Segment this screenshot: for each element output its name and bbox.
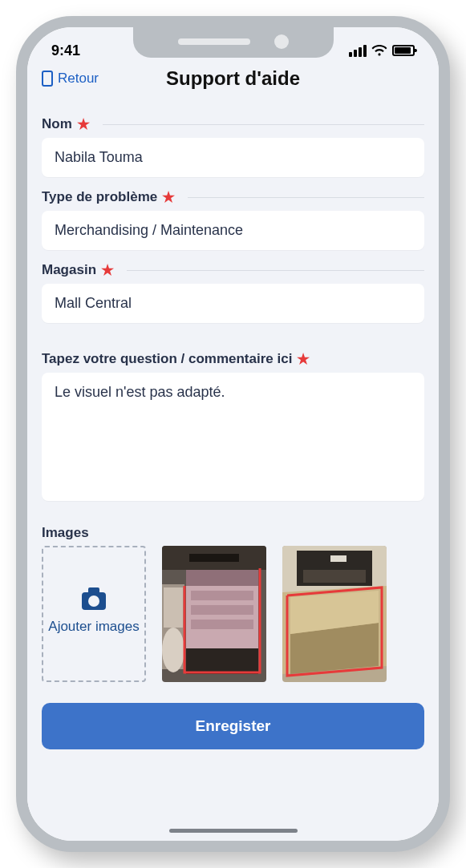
page-header: Retour Support d'aide [27, 66, 439, 98]
image-thumbnail[interactable] [282, 546, 387, 682]
back-button[interactable]: Retour [42, 71, 99, 87]
status-time: 9:41 [51, 42, 80, 59]
comment-textarea[interactable] [42, 373, 424, 501]
field-store: Magasin ★ Mall Central [42, 261, 424, 323]
svg-rect-15 [330, 555, 346, 562]
home-indicator[interactable] [169, 829, 298, 833]
label-name: Nom ★ [42, 115, 424, 138]
name-input[interactable] [42, 138, 424, 177]
label-store: Magasin ★ [42, 261, 424, 284]
required-icon: ★ [101, 261, 114, 279]
field-problem-type: Type de problème ★ Merchandising / Maint… [42, 188, 424, 250]
required-icon: ★ [162, 188, 175, 206]
svg-point-11 [162, 628, 184, 672]
add-image-label: Ajouter images [48, 618, 139, 635]
phone-frame: 9:41 Retour Support d'aide Nom ★ [16, 16, 450, 852]
add-image-button[interactable]: Ajouter images [42, 546, 146, 682]
svg-rect-6 [191, 605, 253, 615]
required-icon: ★ [297, 350, 310, 368]
svg-rect-16 [303, 570, 366, 583]
label-problem-type: Type de problème ★ [42, 188, 424, 211]
svg-rect-5 [191, 591, 253, 600]
required-icon: ★ [77, 115, 90, 133]
device-icon [42, 71, 53, 87]
svg-rect-4 [186, 570, 258, 586]
app-screen: 9:41 Retour Support d'aide Nom ★ [27, 27, 439, 841]
cellular-signal-icon [349, 45, 367, 57]
wifi-icon [371, 45, 387, 56]
svg-rect-8 [186, 648, 258, 674]
images-label: Images [42, 525, 424, 541]
images-row: Ajouter images [42, 546, 424, 682]
save-button[interactable]: Enregister [42, 703, 424, 749]
label-comment: Tapez votre question / commentaire ici ★ [42, 350, 424, 373]
camera-icon [82, 592, 106, 610]
svg-rect-7 [191, 620, 253, 629]
store-select[interactable]: Mall Central [42, 284, 424, 323]
battery-icon [392, 45, 415, 56]
back-label: Retour [58, 71, 99, 87]
svg-rect-2 [189, 554, 239, 562]
field-comment: Tapez votre question / commentaire ici ★ [42, 350, 424, 504]
device-notch [133, 26, 334, 58]
field-name: Nom ★ [42, 115, 424, 177]
status-indicators [349, 45, 415, 57]
problem-type-select[interactable]: Merchandising / Maintenance [42, 211, 424, 250]
image-thumbnail[interactable] [162, 546, 266, 682]
svg-rect-10 [164, 587, 183, 628]
form-content: Nom ★ Type de problème ★ Merchandising /… [27, 98, 439, 841]
